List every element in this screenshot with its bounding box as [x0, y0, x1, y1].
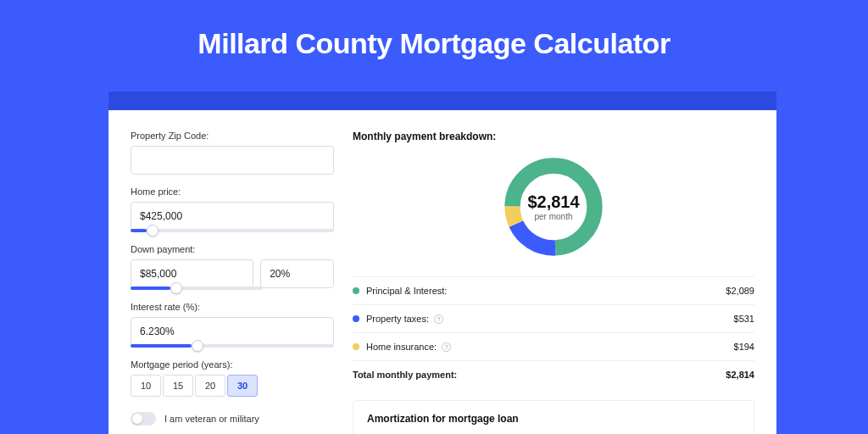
- total-label: Total monthly payment:: [353, 370, 726, 380]
- period-option-30[interactable]: 30: [227, 375, 258, 397]
- veteran-toggle[interactable]: [131, 412, 156, 426]
- down-payment-pct-input[interactable]: [260, 259, 334, 288]
- legend-value: $531: [734, 314, 754, 324]
- breakdown-title: Monthly payment breakdown:: [353, 131, 754, 142]
- veteran-label: I am veteran or military: [164, 414, 259, 424]
- amort-title: Amortization for mortgage loan: [367, 413, 740, 425]
- interest-input[interactable]: [131, 317, 334, 346]
- interest-label: Interest rate (%):: [131, 302, 334, 312]
- dot-icon: [353, 343, 359, 350]
- calculator-card: Property Zip Code: Home price: Down paym…: [108, 110, 776, 434]
- legend-label: Property taxes: ?: [366, 314, 734, 324]
- dot-icon: [353, 287, 359, 294]
- home-price-slider[interactable]: [131, 229, 334, 232]
- period-group: 10 15 20 30: [131, 375, 334, 397]
- zip-input[interactable]: [131, 146, 334, 175]
- down-payment-slider[interactable]: [131, 287, 263, 290]
- legend-value: $2,089: [726, 286, 754, 296]
- header-band: [108, 92, 776, 110]
- dot-icon: [353, 315, 359, 322]
- legend-value: $194: [734, 342, 754, 352]
- down-payment-label: Down payment:: [131, 244, 334, 254]
- period-option-20[interactable]: 20: [195, 375, 225, 397]
- down-payment-input[interactable]: [131, 259, 253, 288]
- legend-row-taxes: Property taxes: ? $531: [353, 304, 754, 332]
- amortization-section: Amortization for mortgage loan Amortizat…: [353, 400, 754, 434]
- info-icon[interactable]: ?: [442, 342, 451, 352]
- donut-sub: per month: [527, 212, 579, 221]
- interest-slider[interactable]: [131, 344, 334, 348]
- legend-row-total: Total monthly payment: $2,814: [353, 360, 754, 388]
- donut-chart: $2,814 per month: [353, 153, 754, 261]
- form-panel: Property Zip Code: Home price: Down paym…: [131, 131, 334, 434]
- period-option-15[interactable]: 15: [163, 375, 193, 397]
- info-icon[interactable]: ?: [434, 314, 443, 324]
- period-label: Mortgage period (years):: [131, 359, 334, 370]
- donut-amount: $2,814: [527, 192, 579, 212]
- period-option-10[interactable]: 10: [131, 375, 161, 397]
- total-value: $2,814: [726, 370, 754, 380]
- legend-row-insurance: Home insurance: ? $194: [353, 332, 754, 360]
- legend-row-principal: Principal & Interest: $2,089: [353, 276, 754, 304]
- home-price-label: Home price:: [131, 186, 334, 197]
- breakdown-panel: Monthly payment breakdown: $2,814 per mo…: [353, 131, 754, 434]
- home-price-input[interactable]: [131, 202, 334, 231]
- legend-label: Principal & Interest:: [366, 286, 726, 296]
- legend-label: Home insurance: ?: [366, 342, 734, 352]
- zip-label: Property Zip Code:: [131, 131, 334, 141]
- page-title: Millard County Mortgage Calculator: [0, 0, 868, 79]
